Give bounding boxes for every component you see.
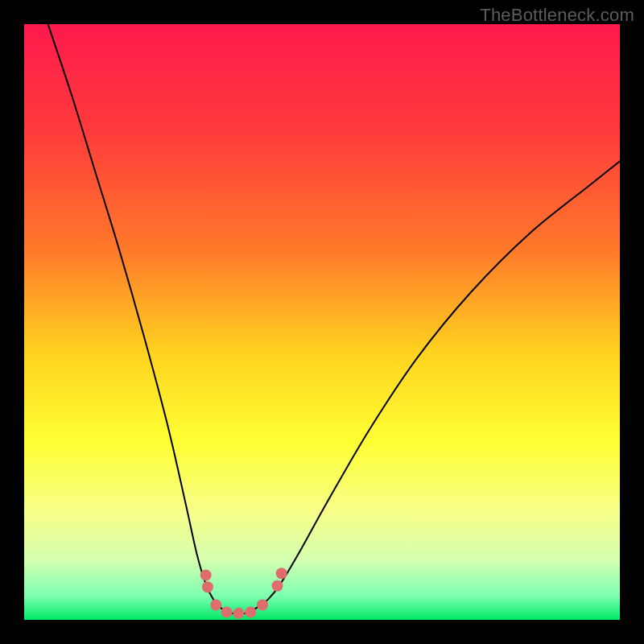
series-bottleneck-curve-left [48, 24, 221, 608]
marker-dot [210, 600, 221, 611]
marker-dot [233, 608, 244, 619]
curve-layer [24, 24, 620, 620]
watermark-text: TheBottleneck.com [480, 5, 634, 26]
marker-dot [245, 606, 256, 617]
marker-dot [200, 570, 212, 581]
marker-dot [272, 580, 283, 592]
marker-dot [257, 600, 268, 611]
marker-dot [276, 568, 287, 579]
marker-dot [221, 606, 233, 617]
chart-frame: TheBottleneck.com [0, 0, 644, 644]
plot-area [24, 24, 620, 620]
marker-dot [202, 581, 213, 592]
series-bottleneck-curve-right [257, 161, 620, 608]
